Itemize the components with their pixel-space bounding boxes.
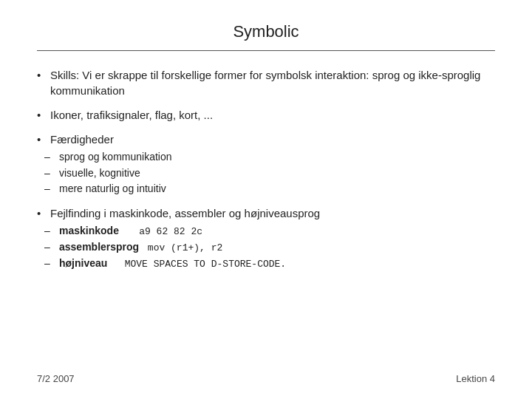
sub-dash-4-3: – <box>44 256 59 271</box>
sub-text-3-3: mere naturlig og intuitiv <box>59 182 166 197</box>
sub-dash-4-2: – <box>44 240 59 255</box>
bullet-3: • Færdigheder – sprog og kommunikation –… <box>37 132 495 197</box>
sub-value-4-1: a9 62 82 2c <box>139 226 202 237</box>
bullet-dot-1: • <box>37 67 50 83</box>
sub-dash-3-2: – <box>44 166 59 181</box>
bullet-2: • Ikoner, trafiksignaler, flag, kort, ..… <box>37 107 495 123</box>
sub-text-3-2: visuelle, kognitive <box>59 166 140 181</box>
bullet-dot-2: • <box>37 107 50 123</box>
sub-text-4-3: højniveau MOVE SPACES TO D-STORE-CODE. <box>59 256 286 271</box>
title-area: Symbolic <box>37 22 495 51</box>
bullet-4-sub-2: – assemblersprog mov (r1+), r2 <box>44 240 286 255</box>
sub-value-4-3: MOVE SPACES TO D-STORE-CODE. <box>125 259 286 270</box>
sub-label-4-3: højniveau <box>59 257 107 269</box>
bullet-dot-4: • <box>37 205 50 221</box>
sub-text-4-1: maskinkode a9 62 82 2c <box>59 224 202 239</box>
bullet-dot-3: • <box>37 132 50 147</box>
content-area: • Skills: Vi er skrappe til forskellige … <box>37 67 495 366</box>
sub-dash-4-1: – <box>44 224 59 239</box>
bullet-3-sublist: – sprog og kommunikation – visuelle, kog… <box>44 150 172 197</box>
bullet-4-sublist: – maskinkode a9 62 82 2c – assemblerspro… <box>44 224 286 272</box>
bullet-text-2: Ikoner, trafiksignaler, flag, kort, ... <box>50 107 213 123</box>
bullet-4-sub-3: – højniveau MOVE SPACES TO D-STORE-CODE. <box>44 256 286 271</box>
footer: 7/2 2007 Lektion 4 <box>37 366 495 384</box>
bullet-3-sub-2: – visuelle, kognitive <box>44 166 172 181</box>
sub-dash-3-1: – <box>44 150 59 165</box>
sub-text-4-2: assemblersprog mov (r1+), r2 <box>59 240 222 255</box>
bullet-text-1: Skills: Vi er skrappe til forskellige fo… <box>50 67 495 98</box>
bullet-3-sub-3: – mere naturlig og intuitiv <box>44 182 172 197</box>
slide-title: Symbolic <box>233 22 299 41</box>
sub-text-3-1: sprog og kommunikation <box>59 150 172 165</box>
bullet-text-4: Fejlfinding i maskinkode, assembler og h… <box>50 205 320 221</box>
sub-dash-3-3: – <box>44 182 59 197</box>
bullet-4: • Fejlfinding i maskinkode, assembler og… <box>37 205 495 272</box>
footer-date: 7/2 2007 <box>37 373 75 384</box>
footer-label: Lektion 4 <box>456 373 495 384</box>
bullet-1: • Skills: Vi er skrappe til forskellige … <box>37 67 495 98</box>
bullet-text-3: Færdigheder <box>50 132 114 147</box>
slide: Symbolic • Skills: Vi er skrappe til for… <box>0 0 532 399</box>
sub-label-4-2: assemblersprog <box>59 241 139 253</box>
bullet-4-sub-1: – maskinkode a9 62 82 2c <box>44 224 286 239</box>
sub-label-4-1: maskinkode <box>59 225 119 236</box>
sub-value-4-2: mov (r1+), r2 <box>148 242 222 253</box>
bullet-3-sub-1: – sprog og kommunikation <box>44 150 172 165</box>
